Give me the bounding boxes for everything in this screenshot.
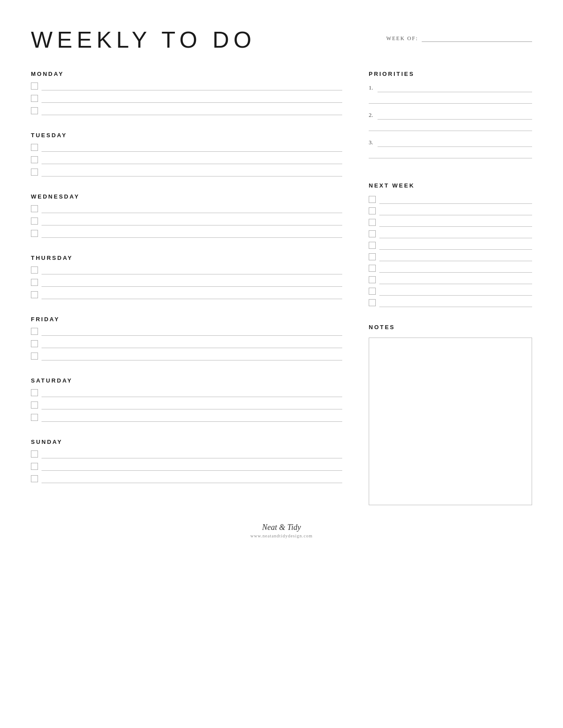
saturday-task-3 <box>31 414 342 422</box>
priority-line-2[interactable] <box>378 112 532 120</box>
priority-line-3b[interactable] <box>369 150 532 158</box>
sunday-checkbox-1[interactable] <box>31 450 38 458</box>
wednesday-checkbox-1[interactable] <box>31 205 38 212</box>
tuesday-checkbox-2[interactable] <box>31 156 38 163</box>
sunday-line-2[interactable] <box>42 463 342 471</box>
saturday-line-2[interactable] <box>42 402 342 409</box>
wednesday-line-2[interactable] <box>42 218 342 225</box>
friday-label: FRIDAY <box>31 316 342 323</box>
next-week-line-6[interactable] <box>379 253 532 261</box>
next-week-task-10 <box>369 299 532 307</box>
saturday-checkbox-3[interactable] <box>31 414 38 421</box>
friday-task-3 <box>31 353 342 360</box>
saturday-checkbox-2[interactable] <box>31 402 38 409</box>
next-week-line-1[interactable] <box>379 196 532 204</box>
next-week-section: NEXT WEEK <box>369 182 532 311</box>
next-week-checkbox-4[interactable] <box>369 230 376 237</box>
sunday-checkbox-2[interactable] <box>31 463 38 470</box>
sunday-task-2 <box>31 463 342 471</box>
next-week-line-10[interactable] <box>379 299 532 307</box>
saturday-line-3[interactable] <box>42 414 342 422</box>
next-week-line-9[interactable] <box>379 288 532 296</box>
monday-line-2[interactable] <box>42 95 342 103</box>
tuesday-checkbox-3[interactable] <box>31 169 38 176</box>
tuesday-line-1[interactable] <box>42 144 342 152</box>
wednesday-task-1 <box>31 205 342 213</box>
next-week-task-8 <box>369 276 532 284</box>
next-week-checkbox-10[interactable] <box>369 299 376 306</box>
monday-task-3 <box>31 107 342 115</box>
sunday-section: SUNDAY <box>31 439 342 488</box>
next-week-task-7 <box>369 265 532 273</box>
monday-line-3[interactable] <box>42 107 342 115</box>
wednesday-line-3[interactable] <box>42 230 342 238</box>
next-week-checkbox-7[interactable] <box>369 265 376 272</box>
next-week-task-9 <box>369 288 532 296</box>
priority-num-1: 1. <box>369 84 375 91</box>
next-week-checkbox-6[interactable] <box>369 253 376 260</box>
thursday-checkbox-3[interactable] <box>31 291 38 298</box>
next-week-checkbox-3[interactable] <box>369 219 376 226</box>
week-of-label: WEEK OF: <box>386 35 418 42</box>
thursday-task-2 <box>31 279 342 287</box>
tuesday-checkbox-1[interactable] <box>31 144 38 151</box>
tuesday-task-2 <box>31 156 342 164</box>
friday-checkbox-3[interactable] <box>31 353 38 360</box>
wednesday-checkbox-2[interactable] <box>31 218 38 225</box>
sunday-label: SUNDAY <box>31 439 342 445</box>
next-week-checkbox-1[interactable] <box>369 196 376 203</box>
next-week-checkbox-9[interactable] <box>369 288 376 295</box>
tuesday-task-3 <box>31 169 342 176</box>
next-week-line-3[interactable] <box>379 219 532 227</box>
monday-checkbox-2[interactable] <box>31 95 38 102</box>
wednesday-checkbox-3[interactable] <box>31 230 38 237</box>
next-week-line-5[interactable] <box>379 242 532 250</box>
tuesday-task-1 <box>31 144 342 152</box>
next-week-checkbox-2[interactable] <box>369 207 376 214</box>
priority-line-2b[interactable] <box>369 123 532 131</box>
wednesday-label: WEDNESDAY <box>31 193 342 200</box>
next-week-line-4[interactable] <box>379 230 532 238</box>
sunday-task-3 <box>31 475 342 483</box>
friday-checkbox-1[interactable] <box>31 328 38 335</box>
next-week-line-7[interactable] <box>379 265 532 273</box>
saturday-line-1[interactable] <box>42 389 342 397</box>
thursday-checkbox-1[interactable] <box>31 266 38 274</box>
tuesday-label: TUESDAY <box>31 132 342 139</box>
next-week-task-6 <box>369 253 532 261</box>
monday-checkbox-3[interactable] <box>31 107 38 114</box>
priority-line-3[interactable] <box>378 139 532 147</box>
next-week-line-2[interactable] <box>379 207 532 215</box>
monday-checkbox-1[interactable] <box>31 83 38 90</box>
notes-section: NOTES <box>369 324 532 505</box>
thursday-line-1[interactable] <box>42 266 342 274</box>
week-of-input[interactable] <box>422 36 532 42</box>
thursday-line-3[interactable] <box>42 291 342 299</box>
next-week-line-8[interactable] <box>379 276 532 284</box>
next-week-checkbox-8[interactable] <box>369 276 376 283</box>
priority-num-3: 3. <box>369 139 375 146</box>
sunday-checkbox-3[interactable] <box>31 475 38 482</box>
sunday-line-1[interactable] <box>42 450 342 458</box>
wednesday-line-1[interactable] <box>42 205 342 213</box>
footer-brand: Neat & Tidy <box>31 523 532 532</box>
friday-checkbox-2[interactable] <box>31 340 38 347</box>
monday-line-1[interactable] <box>42 83 342 90</box>
thursday-line-2[interactable] <box>42 279 342 287</box>
thursday-checkbox-2[interactable] <box>31 279 38 286</box>
saturday-checkbox-1[interactable] <box>31 389 38 396</box>
sunday-line-3[interactable] <box>42 475 342 483</box>
notes-box[interactable] <box>369 338 532 505</box>
friday-line-3[interactable] <box>42 353 342 360</box>
friday-section: FRIDAY <box>31 316 342 365</box>
friday-line-2[interactable] <box>42 340 342 348</box>
priority-num-2: 2. <box>369 112 375 119</box>
priority-3: 3. <box>369 139 532 158</box>
tuesday-line-3[interactable] <box>42 169 342 176</box>
next-week-checkbox-5[interactable] <box>369 242 376 249</box>
friday-line-1[interactable] <box>42 328 342 336</box>
priority-line-1b[interactable] <box>369 96 532 104</box>
priority-line-1[interactable] <box>378 84 532 92</box>
page-title: WEEKLY TO DO <box>31 26 256 53</box>
tuesday-line-2[interactable] <box>42 156 342 164</box>
